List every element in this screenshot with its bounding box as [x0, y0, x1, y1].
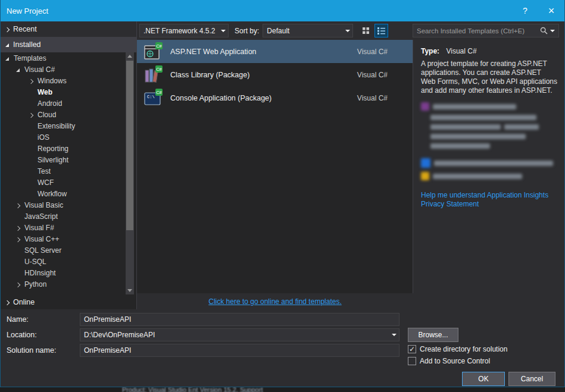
dropdown-arrow-icon[interactable] — [342, 24, 352, 37]
application-insights-help-link[interactable]: Help me understand Application Insights — [421, 191, 557, 200]
scroll-up-icon[interactable] — [126, 52, 134, 60]
privacy-statement-link[interactable]: Privacy Statement — [421, 200, 557, 209]
dialog-content: Recent Installed Templates Visual C# Win… — [1, 21, 564, 310]
collapsed-arrow-icon[interactable] — [5, 25, 13, 33]
tree-scrollbar[interactable] — [126, 52, 134, 294]
tree-item-label: Reporting — [38, 145, 68, 153]
expand-arrow-icon[interactable] — [29, 77, 38, 85]
expand-arrow-icon[interactable] — [16, 235, 24, 243]
tree-item-android[interactable]: Android — [1, 98, 136, 109]
search-dropdown-arrow-icon[interactable] — [550, 30, 555, 32]
tree-item-label: Visual F# — [24, 224, 54, 232]
list-view-icon — [377, 27, 385, 35]
sort-by-label: Sort by: — [235, 27, 259, 35]
tree-item-templates[interactable]: Templates — [1, 52, 136, 64]
sidebar-item-recent[interactable]: Recent — [1, 21, 136, 37]
template-item-class-library-package[interactable]: C# Class Library (Package) Visual C# — [137, 63, 413, 86]
template-language: Visual C# — [357, 48, 388, 56]
search-box[interactable] — [413, 24, 559, 37]
tree-item-u-sql[interactable]: U-SQL — [1, 256, 136, 267]
tree-item-visual-basic[interactable]: Visual Basic — [1, 199, 136, 211]
sidebar-item-label: Online — [13, 298, 35, 306]
redacted-content — [430, 143, 557, 149]
template-item-aspnet-web-application[interactable]: C# ASP.NET Web Application Visual C# — [137, 40, 413, 63]
tree-item-visual-csharp[interactable]: Visual C# — [1, 64, 136, 75]
template-details-panel: Type: Visual C# A project template for c… — [414, 40, 564, 310]
redacted-content — [421, 172, 557, 180]
tree-item-label: WCF — [38, 178, 54, 187]
tree-item-sql-server[interactable]: SQL Server — [1, 244, 136, 256]
sidebar-item-installed[interactable]: Installed — [1, 37, 136, 52]
ok-button[interactable]: OK — [462, 372, 505, 386]
close-icon: × — [548, 5, 555, 17]
expanded-arrow-icon[interactable] — [5, 40, 13, 49]
expand-arrow-icon[interactable] — [16, 201, 24, 209]
redacted-content — [430, 115, 557, 120]
scroll-down-icon[interactable] — [126, 287, 134, 294]
tree-item-windows[interactable]: Windows — [1, 75, 136, 86]
tree-item-label: Android — [38, 99, 62, 108]
close-button[interactable]: × — [538, 0, 564, 21]
framework-dropdown-value: .NET Framework 4.5.2 — [140, 27, 218, 35]
help-button[interactable]: ? — [512, 0, 538, 21]
search-input[interactable] — [413, 27, 540, 35]
tree-item-python[interactable]: Python — [1, 278, 136, 290]
expand-arrow-icon[interactable] — [16, 224, 24, 232]
create-directory-checkbox[interactable]: ✓ Create directory for solution — [408, 344, 507, 354]
template-item-console-application-package[interactable]: C:\ C# Console Application (Package) Vis… — [137, 86, 413, 109]
dropdown-arrow-icon[interactable] — [218, 24, 228, 37]
find-templates-online-link[interactable]: Click here to go online and find templat… — [208, 297, 341, 306]
tree-item-label: Visual C# — [24, 65, 55, 74]
left-navigation-panel: Recent Installed Templates Visual C# Win… — [1, 21, 137, 310]
expand-arrow-icon[interactable] — [5, 54, 14, 62]
sort-dropdown[interactable]: Default — [263, 24, 353, 37]
tree-item-workflow[interactable]: Workflow — [1, 188, 136, 199]
tree-item-ios[interactable]: iOS — [1, 131, 136, 143]
location-dropdown-arrow-icon[interactable] — [389, 329, 399, 341]
title-bar[interactable]: New Project ? × — [1, 0, 564, 21]
project-settings-footer: Name: Location: Browse... Solution name:… — [1, 309, 564, 387]
tree-item-wcf[interactable]: WCF — [1, 177, 136, 188]
sort-dropdown-value: Default — [263, 27, 342, 35]
location-input[interactable] — [80, 328, 399, 341]
small-icons-view-icon — [362, 27, 370, 35]
svg-text:C#: C# — [156, 43, 162, 49]
cancel-button[interactable]: Cancel — [508, 372, 555, 386]
project-name-input[interactable] — [80, 313, 399, 326]
sidebar-item-online[interactable]: Online — [1, 294, 136, 310]
list-view-button[interactable] — [374, 24, 388, 37]
collapsed-arrow-icon[interactable] — [5, 298, 13, 306]
tree-item-label: Workflow — [38, 190, 67, 198]
tree-item-test[interactable]: Test — [1, 165, 136, 177]
source-control-label: Add to Source Control — [420, 357, 490, 365]
tree-item-visual-fsharp[interactable]: Visual F# — [1, 222, 136, 233]
search-icon[interactable] — [540, 27, 548, 35]
tree-item-extensibility[interactable]: Extensibility — [1, 120, 136, 131]
tree-item-visual-cpp[interactable]: Visual C++ — [1, 233, 136, 244]
browse-button[interactable]: Browse... — [408, 328, 458, 342]
framework-dropdown[interactable]: .NET Framework 4.5.2 — [139, 24, 229, 37]
tree-item-reporting[interactable]: Reporting — [1, 143, 136, 154]
scrollbar-thumb[interactable] — [126, 61, 133, 230]
location-combobox[interactable] — [80, 328, 399, 341]
template-language: Visual C# — [357, 94, 388, 102]
tree-item-web[interactable]: Web — [1, 86, 136, 98]
checkbox-checked-icon[interactable]: ✓ — [408, 345, 416, 353]
checkbox-unchecked-icon[interactable]: ✓ — [408, 357, 416, 365]
tree-item-label: JavaScript — [24, 212, 58, 221]
tree-item-label: SQL Server — [24, 246, 61, 255]
tree-item-cloud[interactable]: Cloud — [1, 109, 136, 120]
source-control-checkbox[interactable]: ✓ Add to Source Control — [408, 356, 490, 366]
expand-arrow-icon[interactable] — [16, 280, 24, 288]
tree-item-silverlight[interactable]: Silverlight — [1, 154, 136, 165]
console-application-icon: C:\ C# — [143, 88, 163, 108]
redacted-content — [430, 134, 557, 139]
redacted-content — [421, 102, 557, 111]
tree-item-hdinsight[interactable]: HDInsight — [1, 267, 136, 278]
expand-arrow-icon[interactable] — [16, 65, 24, 74]
tree-item-label: Windows — [38, 77, 67, 85]
expand-arrow-icon[interactable] — [29, 111, 38, 119]
solution-name-input[interactable] — [80, 344, 399, 357]
small-icons-view-button[interactable] — [359, 24, 373, 37]
tree-item-javascript[interactable]: JavaScript — [1, 211, 136, 222]
